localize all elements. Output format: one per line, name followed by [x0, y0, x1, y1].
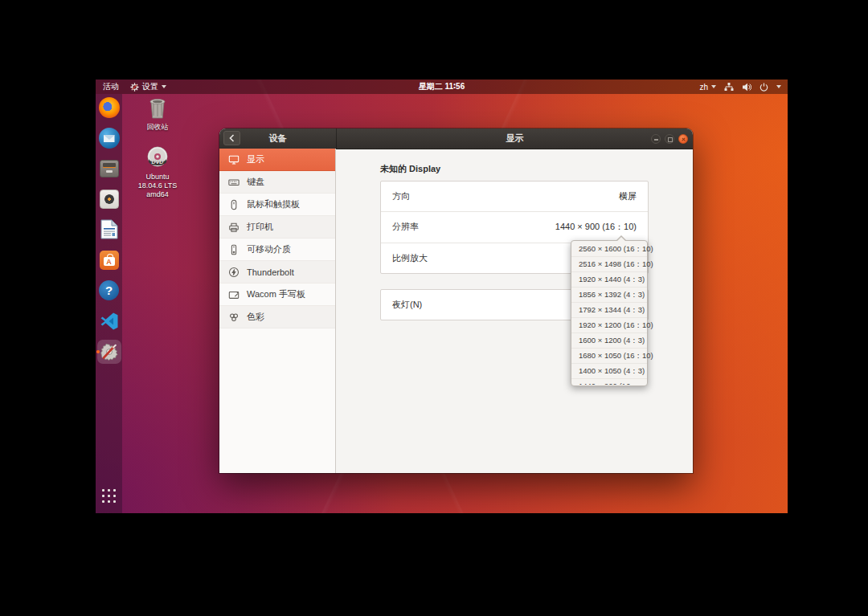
chevron-down-icon[interactable] [776, 85, 781, 88]
resolution-option[interactable]: 1600 × 1200 (4：3) [571, 333, 647, 349]
writer-document-icon [100, 219, 118, 239]
dock: A ? [96, 94, 122, 513]
sidebar-item-thunderbolt[interactable]: Thunderbolt [219, 261, 335, 284]
minimize-button[interactable] [651, 134, 661, 144]
orientation-row[interactable]: 方向 横屏 [381, 182, 648, 212]
night-light-label: 夜灯(N) [392, 299, 422, 311]
firefox-icon [99, 97, 120, 118]
window-title: 显示 [506, 133, 524, 145]
resolution-option[interactable]: 1920 × 1440 (4：3) [571, 272, 647, 288]
thunderbird-icon [99, 128, 120, 149]
resolution-option[interactable]: 1856 × 1392 (4：3) [571, 288, 647, 303]
header-main-section: 显示 [337, 129, 693, 149]
resolution-dropdown: 2560 × 1600 (16：10) 2516 × 1498 (16：10) … [571, 240, 648, 386]
clock[interactable]: 星期二 11∶56 [419, 81, 465, 92]
back-button[interactable] [223, 131, 240, 145]
resolution-option[interactable]: 2560 × 1600 (16：10) [571, 242, 647, 257]
running-indicator-dot [96, 350, 100, 353]
dock-item-firefox[interactable] [99, 97, 120, 118]
keyboard-icon [228, 177, 240, 188]
settings-sidebar: 显示 键盘 鼠标和触摸板 打印机 可移动介质 Thunderbolt [219, 149, 336, 473]
printer-icon [228, 222, 240, 233]
section-title: 未知的 Display [380, 163, 440, 175]
resolution-option[interactable]: 1680 × 1050 (16：10) [571, 349, 647, 364]
close-button[interactable] [678, 134, 688, 144]
resolution-option[interactable]: 1400 × 1050 (4：3) [571, 364, 647, 379]
activities-button[interactable]: 活动 [103, 81, 119, 92]
network-icon[interactable] [724, 83, 734, 92]
sidebar-item-keyboard[interactable]: 键盘 [219, 171, 335, 194]
settings-gear-icon [99, 341, 120, 362]
dock-item-files[interactable] [99, 158, 120, 179]
resolution-option[interactable]: 1920 × 1200 (16：10) [571, 318, 647, 333]
app-menu-label: 设置 [142, 81, 158, 92]
dock-item-rhythmbox[interactable] [99, 189, 120, 210]
resolution-label: 分辨率 [392, 221, 419, 233]
keyboard-layout-indicator[interactable]: zh [699, 83, 716, 92]
show-applications-button[interactable] [102, 489, 117, 504]
help-icon: ? [99, 280, 119, 300]
orientation-value: 横屏 [619, 190, 637, 202]
maximize-button[interactable] [665, 134, 674, 144]
resolution-option-partial[interactable]: 1440 × 900 (16：10) [571, 379, 647, 385]
header-sidebar-section: 设备 [219, 129, 337, 149]
wacom-tablet-icon [228, 289, 240, 300]
trash-icon [145, 96, 170, 120]
sidebar-item-color[interactable]: 色彩 [219, 306, 335, 328]
volume-icon[interactable] [742, 83, 751, 92]
settings-app-icon [130, 83, 139, 92]
file-manager-icon [100, 160, 119, 177]
app-menu[interactable]: 设置 [130, 81, 166, 92]
dock-item-help[interactable]: ? [99, 280, 120, 301]
removable-media-icon [228, 244, 240, 255]
resolution-option[interactable]: 1792 × 1344 (4：3) [571, 303, 647, 318]
sidebar-item-printers[interactable]: 打印机 [219, 216, 335, 239]
dock-item-libreoffice-writer[interactable] [99, 219, 120, 240]
dvd-label: Ubuntu 18.04.6 LTS amd64 [124, 173, 191, 198]
desktop-icon-dvd[interactable]: DVD Ubuntu 18.04.6 LTS amd64 [124, 145, 191, 198]
mouse-icon [228, 199, 240, 210]
resolution-row[interactable]: 分辨率 1440 × 900 (16：10) [381, 212, 648, 243]
desktop-icon-trash[interactable]: 回收站 [124, 96, 191, 132]
sidebar-item-wacom-tablet[interactable]: Wacom 手写板 [219, 284, 335, 306]
trash-label: 回收站 [124, 123, 191, 132]
power-icon[interactable] [760, 83, 768, 92]
resolution-option[interactable]: 2516 × 1498 (16：10) [571, 257, 647, 272]
top-bar: 活动 设置 星期二 11∶56 zh [96, 80, 788, 94]
resolution-value: 1440 × 900 (16：10) [555, 221, 637, 233]
display-icon [228, 154, 240, 165]
sidebar-title: 设备 [269, 133, 287, 145]
settings-window: 设备 显示 显示 键盘 鼠标和触摸板 [219, 129, 693, 473]
desktop-wallpaper: 活动 设置 星期二 11∶56 zh [96, 80, 788, 513]
dock-item-settings[interactable] [99, 341, 120, 362]
chevron-down-icon [162, 85, 166, 88]
sidebar-item-removable-media[interactable]: 可移动介质 [219, 239, 335, 261]
orientation-label: 方向 [392, 190, 410, 202]
dock-item-vscode[interactable] [99, 311, 120, 332]
dvd-disc-icon: DVD [145, 145, 170, 169]
color-icon [228, 312, 240, 323]
vscode-icon [99, 312, 120, 331]
music-player-icon [100, 190, 119, 209]
svg-text:DVD: DVD [152, 159, 164, 165]
dock-item-ubuntu-software[interactable]: A [99, 250, 120, 271]
dock-item-thunderbird[interactable] [99, 128, 120, 149]
thunderbolt-icon [228, 267, 240, 278]
sidebar-item-display[interactable]: 显示 [219, 149, 335, 171]
chevron-down-icon [711, 85, 716, 88]
sidebar-item-mouse-touchpad[interactable]: 鼠标和触摸板 [219, 194, 335, 216]
scale-label: 比例放大 [392, 252, 428, 264]
window-header[interactable]: 设备 显示 [219, 129, 693, 149]
software-store-icon: A [100, 251, 119, 270]
